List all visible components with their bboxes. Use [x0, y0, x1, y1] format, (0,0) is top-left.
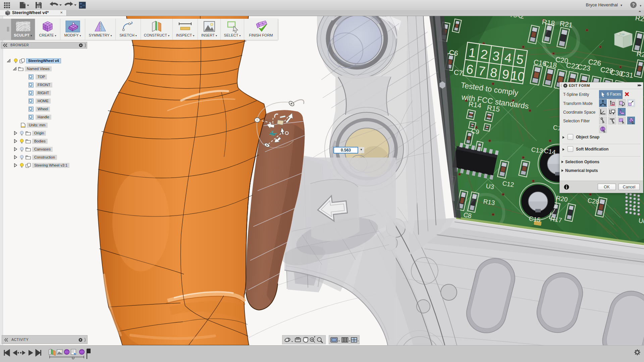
- svg-text:C9: C9: [471, 127, 480, 135]
- svg-text:10: 10: [510, 68, 526, 84]
- svg-text:C7: C7: [453, 68, 463, 77]
- svg-text:TOP: TOP: [619, 33, 625, 36]
- svg-text:C6: C6: [448, 48, 459, 57]
- svg-text:U6: U6: [638, 217, 644, 225]
- svg-text:U3: U3: [485, 182, 494, 190]
